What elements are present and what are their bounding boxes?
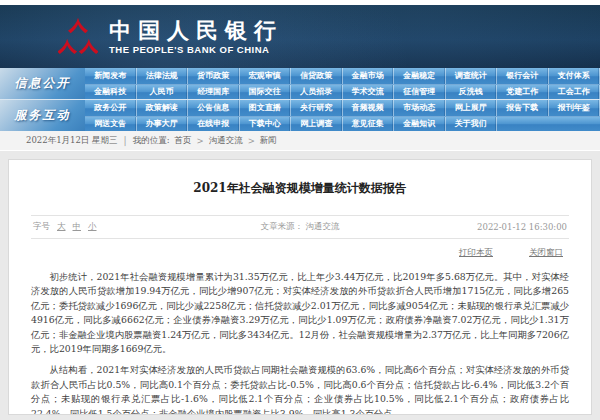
nav-item[interactable]: 宏观审慎: [240, 68, 292, 84]
nav-row-4: 网送文告办事大厅在线申报下载中心网上调查意见征集金融知识关于我们: [85, 116, 600, 132]
nav-section-information: 信息公开 新闻发布法律法规货币政策宏观审慎信贷政策金融市场金融稳定调查统计银行会…: [0, 68, 600, 100]
font-size-large-link[interactable]: 大: [57, 221, 66, 233]
nav-item[interactable]: 工会工作: [549, 85, 600, 100]
breadcrumb: 2022年1月12日 星期三 │ 我的位置: 首页 > 沟通交流 > 新闻: [0, 131, 600, 151]
nav-item[interactable]: 市场动态: [394, 100, 446, 116]
nav-item[interactable]: 支付体系: [549, 68, 600, 84]
nav-item[interactable]: 经理国库: [188, 85, 240, 100]
nav-row-2: 金融科技人民币经理国库国际交往人员招录学术交流征信管理反洗钱党建工作工会工作: [85, 84, 600, 100]
main-nav: 信息公开 新闻发布法律法规货币政策宏观审慎信贷政策金融市场金融稳定调查统计银行会…: [0, 68, 600, 131]
breadcrumb-separator: >: [197, 136, 204, 146]
nav-item[interactable]: 信贷政策: [291, 68, 343, 84]
font-size-small-link[interactable]: 小: [88, 221, 97, 233]
nav-item[interactable]: 在线申报: [188, 117, 240, 132]
nav-row-1: 新闻发布法律法规货币政策宏观审慎信贷政策金融市场金融稳定调查统计银行会计支付体系: [85, 68, 600, 84]
article-source: 文章来源： 沟通交流: [200, 221, 400, 233]
nav-item[interactable]: 下载中心: [240, 117, 292, 132]
nav-item[interactable]: 国际交往: [240, 85, 292, 100]
logo-text: 中国人民银行 THE PEOPLE'S BANK OF CHINA: [109, 19, 283, 55]
breadcrumb-separator: >: [248, 136, 255, 146]
nav-label-service-interaction[interactable]: 服务互动: [0, 100, 85, 131]
nav-item[interactable]: 政务公开: [85, 100, 137, 116]
nav-item[interactable]: 央行研究: [291, 100, 343, 116]
nav-item[interactable]: 征信管理: [394, 85, 446, 100]
article-actions: 打印本页 关闭窗口: [31, 239, 569, 263]
nav-item[interactable]: 调查统计: [446, 68, 498, 84]
nav-label-information-disclosure[interactable]: 信息公开: [0, 68, 85, 99]
nav-item[interactable]: 音频视频: [343, 100, 395, 116]
source-value: 沟通交流: [306, 221, 340, 231]
article-container: 2021年社会融资规模增量统计数据报告 字号 大 中 小 文章来源： 沟通交流 …: [8, 159, 592, 415]
pboc-emblem-icon: [58, 14, 98, 60]
nav-item[interactable]: 网送文告: [85, 117, 137, 132]
article-datetime: 2022-01-12 16:30:00: [400, 222, 567, 232]
nav-item[interactable]: 反洗钱: [446, 85, 498, 100]
font-size-medium-link[interactable]: 中: [73, 221, 82, 233]
nav-item[interactable]: 法律法规: [137, 68, 189, 84]
article-title: 2021年社会融资规模增量统计数据报告: [31, 172, 569, 215]
font-size-controls: 字号 大 中 小: [33, 221, 200, 233]
breadcrumb-current-news: 新闻: [260, 135, 277, 147]
breadcrumb-divider: │: [123, 136, 128, 146]
site-header: 中国人民银行 THE PEOPLE'S BANK OF CHINA: [0, 5, 600, 68]
nav-item[interactable]: 人民币: [137, 85, 189, 100]
nav-item[interactable]: 关于我们: [446, 117, 498, 132]
nav-item[interactable]: 金融知识: [394, 117, 446, 132]
nav-item[interactable]: 报告下载: [497, 100, 549, 116]
nav-item[interactable]: 党建工作: [497, 85, 549, 100]
current-date: 2022年1月12日 星期三: [26, 135, 118, 147]
nav-rows-service: 政务公开政策解读公告信息图文直播央行研究音频视频市场动态网上展厅报告下载报刊年鉴…: [85, 100, 600, 131]
print-page-link[interactable]: 打印本页: [459, 247, 493, 259]
bank-name-en: THE PEOPLE'S BANK OF CHINA: [109, 44, 283, 55]
location-prefix: 我的位置:: [133, 135, 170, 147]
article-paragraph-1: 初步统计，2021年社会融资规模增量累计为31.35万亿元，比上年少3.44万亿…: [31, 270, 569, 356]
article-paragraph-2: 从结构看，2021年对实体经济发放的人民币贷款占同期社会融资规模的63.6%，同…: [31, 363, 569, 415]
nav-item[interactable]: 金融稳定: [394, 68, 446, 84]
nav-item[interactable]: 政策解读: [137, 100, 189, 116]
nav-item[interactable]: 新闻发布: [85, 68, 137, 84]
nav-item[interactable]: 金融市场: [343, 68, 395, 84]
nav-item[interactable]: 报刊年鉴: [549, 100, 600, 116]
font-size-label: 字号: [33, 221, 50, 233]
breadcrumb-communication-link[interactable]: 沟通交流: [209, 135, 243, 147]
article-body: 初步统计，2021年社会融资规模增量累计为31.35万亿元，比上年少3.44万亿…: [31, 270, 569, 415]
breadcrumb-home-link[interactable]: 首页: [175, 135, 192, 147]
nav-section-service: 服务互动 政务公开政策解读公告信息图文直播央行研究音频视频市场动态网上展厅报告下…: [0, 100, 600, 131]
nav-item[interactable]: 货币政策: [188, 68, 240, 84]
nav-item[interactable]: 办事大厅: [137, 117, 189, 132]
nav-item[interactable]: 网上展厅: [446, 100, 498, 116]
nav-item[interactable]: 人员招录: [291, 85, 343, 100]
article-meta-row: 字号 大 中 小 文章来源： 沟通交流 2022-01-12 16:30:00: [31, 215, 569, 239]
bank-name-cn: 中国人民银行: [109, 19, 283, 41]
nav-item[interactable]: 银行会计: [497, 68, 549, 84]
nav-item[interactable]: 意见征集: [343, 117, 395, 132]
nav-item[interactable]: 金融科技: [85, 85, 137, 100]
nav-rows-information: 新闻发布法律法规货币政策宏观审慎信贷政策金融市场金融稳定调查统计银行会计支付体系…: [85, 68, 600, 99]
source-label: 文章来源：: [260, 221, 303, 231]
nav-item[interactable]: 图文直播: [240, 100, 292, 116]
nav-item[interactable]: 公告信息: [188, 100, 240, 116]
nav-row-3: 政务公开政策解读公告信息图文直播央行研究音频视频市场动态网上展厅报告下载报刊年鉴: [85, 100, 600, 116]
nav-item[interactable]: 学术交流: [343, 85, 395, 100]
close-window-link[interactable]: 关闭窗口: [529, 247, 563, 259]
pboc-logo[interactable]: 中国人民银行 THE PEOPLE'S BANK OF CHINA: [58, 14, 283, 60]
nav-item[interactable]: 网上调查: [291, 117, 343, 132]
